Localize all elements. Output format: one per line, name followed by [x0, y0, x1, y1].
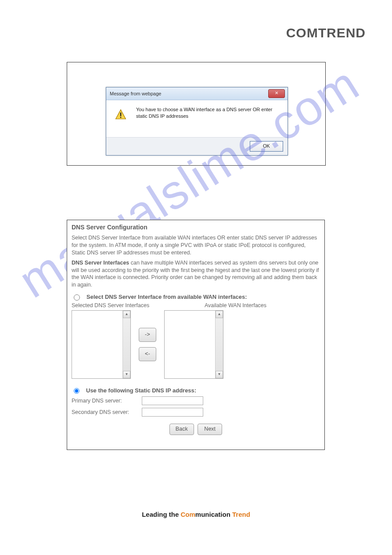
scroll-down-icon[interactable]: ▼: [123, 371, 130, 378]
scroll-up-icon[interactable]: ▲: [216, 311, 223, 318]
brand-logo: COMTREND: [286, 25, 366, 40]
right-list-label: Available WAN Interfaces: [187, 302, 320, 308]
list-labels: Selected DNS Server Interfaces Available…: [72, 302, 320, 308]
option2-row: Use the following Static DNS IP address:: [72, 387, 320, 394]
footer-trend: Trend: [232, 511, 250, 518]
scroll-down-icon[interactable]: ▼: [216, 371, 223, 378]
close-button[interactable]: ✕: [268, 89, 285, 98]
dialog-title-text: Message from webpage: [110, 91, 161, 96]
left-list-label: Selected DNS Server Interfaces: [72, 302, 187, 308]
scrollbar[interactable]: ▲ ▼: [122, 311, 130, 378]
footer-lead: Leading the: [142, 511, 180, 518]
panel-title: DNS Server Configuration: [72, 224, 320, 231]
move-left-button[interactable]: <-: [139, 347, 156, 361]
svg-rect-1: [120, 112, 121, 116]
ok-button[interactable]: OK: [250, 141, 283, 152]
footer-com: Com: [180, 511, 195, 518]
selected-interfaces-list[interactable]: ▲ ▼: [72, 310, 131, 379]
option1-row: Select DNS Server Interface from availab…: [72, 293, 320, 301]
move-right-button[interactable]: ->: [139, 328, 156, 342]
alert-dialog: Message from webpage ✕ You have to choos…: [106, 87, 288, 156]
secondary-dns-row: Secondary DNS server:: [72, 408, 320, 417]
svg-rect-2: [120, 117, 121, 118]
dialog-footer: OK: [106, 137, 288, 155]
secondary-dns-label: Secondary DNS server:: [72, 409, 142, 415]
option1-radio[interactable]: [74, 294, 80, 301]
dialog-message: You have to choose a WAN interface as a …: [136, 106, 282, 120]
scrollbar[interactable]: ▲ ▼: [215, 311, 223, 378]
dialog-titlebar: Message from webpage ✕: [106, 87, 288, 100]
option2-label: Use the following Static DNS IP address:: [86, 387, 196, 394]
primary-dns-input[interactable]: [142, 396, 203, 405]
dns-config-panel: DNS Server Configuration Select DNS Serv…: [67, 220, 325, 450]
dialog-body: You have to choose a WAN interface as a …: [106, 100, 288, 137]
scroll-up-icon[interactable]: ▲: [123, 311, 130, 318]
panel-para2: DNS Server Interfaces can have multiple …: [72, 259, 320, 289]
primary-dns-label: Primary DNS server:: [72, 398, 142, 404]
primary-dns-row: Primary DNS server:: [72, 396, 320, 405]
back-button[interactable]: Back: [169, 424, 194, 435]
footer-munication: munication: [195, 511, 232, 518]
option1-label: Select DNS Server Interface from availab…: [86, 294, 247, 300]
warning-icon: [115, 109, 126, 120]
para2-bold: DNS Server Interfaces: [72, 260, 129, 266]
next-button[interactable]: Next: [198, 424, 222, 435]
page-footer: Leading the Communication Trend: [0, 511, 392, 518]
panel-para1: Select DNS Server Interface from availab…: [72, 234, 320, 257]
transfer-buttons: -> <-: [139, 328, 156, 361]
secondary-dns-input[interactable]: [142, 408, 203, 417]
nav-buttons: Back Next: [72, 424, 320, 435]
option2-radio[interactable]: [74, 388, 79, 394]
available-interfaces-list[interactable]: ▲ ▼: [164, 310, 223, 379]
dialog-container: Message from webpage ✕ You have to choos…: [67, 62, 326, 166]
dual-list-area: ▲ ▼ -> <- ▲ ▼: [72, 310, 320, 379]
